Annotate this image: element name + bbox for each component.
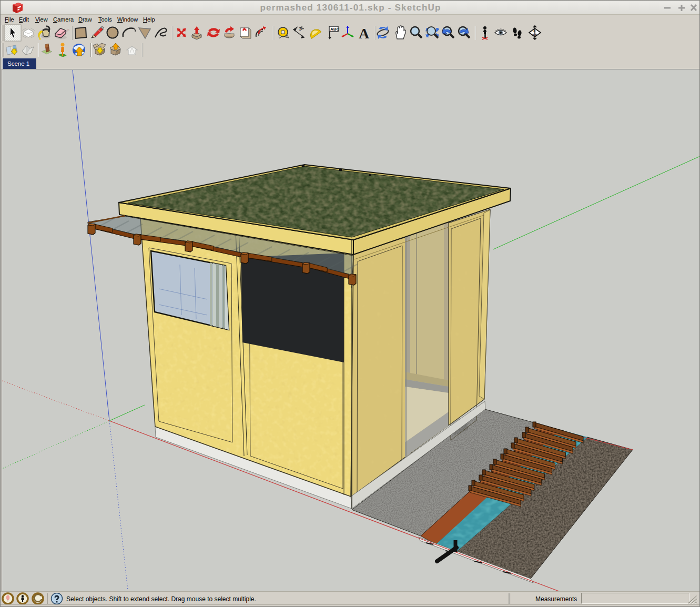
svg-text:ABC: ABC xyxy=(330,27,340,32)
svg-text:3: 3 xyxy=(299,26,301,32)
svg-text:C: C xyxy=(533,29,536,33)
svg-text:A-5: A-5 xyxy=(532,33,537,36)
svg-text:A: A xyxy=(359,25,370,42)
